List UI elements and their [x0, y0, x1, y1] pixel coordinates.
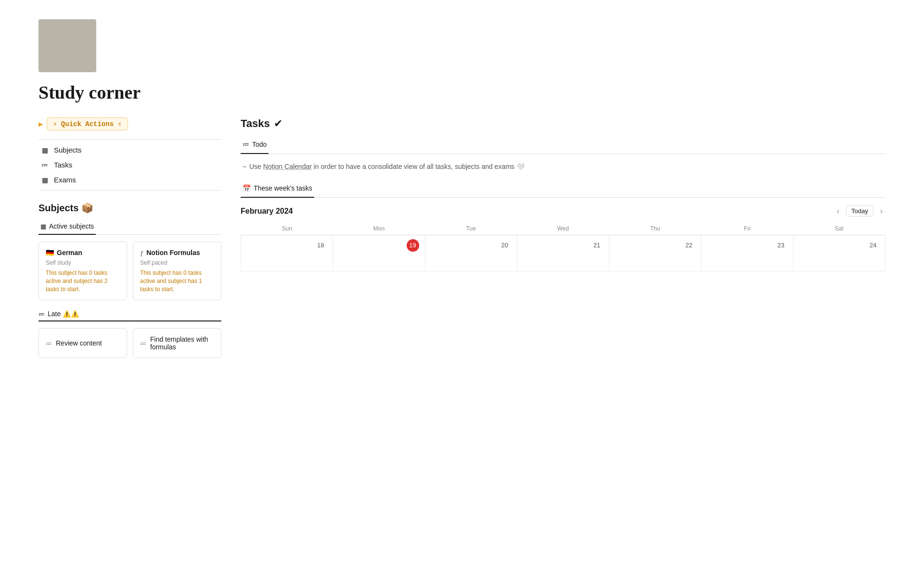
col-fri: Fri: [701, 222, 793, 235]
calendar-tab-row: 📅 These week's tasks: [241, 181, 886, 198]
main-layout: ▶ ⚡ Quick Actions ⚡ ▦ Subjects ≔ Tasks ▦…: [38, 117, 886, 358]
calendar-nav-controls: ‹ Today ›: [834, 205, 886, 217]
col-tue: Tue: [425, 222, 517, 235]
calendar-day-19: 19: [333, 235, 425, 271]
calendar-day-21: 21: [517, 235, 609, 271]
todo-tab-icon: ≔: [243, 141, 249, 148]
subject-card-notion-formulas[interactable]: ƒ Notion Formulas Self paced This subjec…: [133, 242, 221, 300]
notion-formulas-card-status: This subject has 0 tasks active and subj…: [140, 269, 214, 293]
calendar-next-button[interactable]: ›: [877, 206, 886, 217]
notion-calendar-link[interactable]: Notion Calendar: [263, 163, 312, 170]
exams-icon: ▦: [40, 176, 49, 184]
tab-these-weeks-tasks[interactable]: 📅 These week's tasks: [241, 181, 314, 198]
calendar-prev-button[interactable]: ‹: [834, 206, 842, 217]
tasks-tabs: ≔ Todo: [241, 138, 886, 154]
tasks-title: Tasks: [241, 117, 270, 130]
nav-label-subjects: Subjects: [54, 146, 82, 154]
german-card-header: 🇩🇪 German: [46, 249, 120, 256]
german-card-status: This subject has 0 tasks active and subj…: [46, 269, 120, 293]
calendar-week-row: 18 19 20 21 22 23 24: [241, 235, 886, 271]
find-templates-label: Find templates with formulas: [150, 335, 214, 351]
calendar-tab-label: These week's tasks: [254, 184, 312, 192]
late-tab-icon: ≔: [38, 310, 45, 318]
german-flag-icon: 🇩🇪: [46, 249, 54, 256]
notion-formulas-card-header: ƒ Notion Formulas: [140, 249, 214, 256]
tasks-icon: ≔: [40, 161, 49, 169]
page-title: Study corner: [38, 82, 886, 103]
tasks-header: Tasks ✔: [241, 117, 886, 130]
page-cover: [38, 19, 96, 72]
late-card-review-content[interactable]: ≔ Review content: [38, 328, 127, 358]
calendar-grid: Sun Mon Tue Wed Thu Fri Sat 18 19 20 21: [241, 222, 886, 271]
calendar-day-20: 20: [425, 235, 517, 271]
col-mon: Mon: [333, 222, 425, 235]
subjects-section-title: Subjects 📦: [38, 202, 221, 214]
active-subjects-tab-label: Active subjects: [49, 222, 94, 230]
left-panel: ▶ ⚡ Quick Actions ⚡ ▦ Subjects ≔ Tasks ▦…: [38, 117, 221, 358]
calendar-day-24: 24: [793, 235, 885, 271]
toggle-arrow-icon[interactable]: ▶: [38, 121, 43, 128]
right-panel: Tasks ✔ ≔ Todo → Use Notion Calendar in …: [241, 117, 886, 271]
nav-item-subjects[interactable]: ▦ Subjects: [38, 142, 221, 157]
subject-cards-container: 🇩🇪 German Self study This subject has 0 …: [38, 242, 221, 300]
notion-calendar-note: → Use Notion Calendar in order to have a…: [241, 162, 886, 172]
subjects-icon: ▦: [40, 146, 49, 154]
late-tab-row: ≔ Late ⚠️⚠️: [38, 310, 221, 321]
tab-todo[interactable]: ≔ Todo: [241, 138, 269, 154]
notion-formulas-icon: ƒ: [140, 249, 143, 256]
find-templates-icon: ≔: [140, 340, 146, 347]
calendar-month: February 2024: [241, 207, 293, 216]
tab-active-subjects[interactable]: ▦ Active subjects: [38, 219, 96, 235]
notion-formulas-card-name: Notion Formulas: [146, 249, 200, 256]
calendar-day-22: 22: [609, 235, 701, 271]
active-subjects-tab-row: ▦ Active subjects: [38, 219, 221, 235]
german-card-sub: Self study: [46, 259, 120, 266]
nav-label-exams: Exams: [54, 176, 76, 184]
german-card-name: German: [57, 249, 82, 256]
quick-actions-badge[interactable]: ⚡ Quick Actions ⚡: [47, 117, 128, 130]
quick-actions-row: ▶ ⚡ Quick Actions ⚡: [38, 117, 221, 130]
review-content-icon: ≔: [46, 340, 52, 347]
col-sat: Sat: [793, 222, 885, 235]
calendar-day-23: 23: [701, 235, 793, 271]
calendar-tab-icon: 📅: [243, 184, 251, 192]
tab-late[interactable]: ≔ Late ⚠️⚠️: [38, 310, 79, 318]
active-subjects-tab-icon: ▦: [40, 223, 46, 230]
nav-item-tasks[interactable]: ≔ Tasks: [38, 157, 221, 172]
late-tab-label: Late ⚠️⚠️: [48, 310, 79, 318]
nav-divider: [38, 139, 221, 140]
nav-item-exams[interactable]: ▦ Exams: [38, 172, 221, 187]
col-wed: Wed: [517, 222, 609, 235]
notion-formulas-card-sub: Self paced: [140, 259, 214, 266]
calendar-section: 📅 These week's tasks February 2024 ‹ Tod…: [241, 181, 886, 271]
review-content-label: Review content: [56, 339, 102, 347]
tasks-check-icon: ✔: [274, 117, 282, 130]
late-card-find-templates[interactable]: ≔ Find templates with formulas: [133, 328, 221, 358]
subject-card-german[interactable]: 🇩🇪 German Self study This subject has 0 …: [38, 242, 127, 300]
col-sun: Sun: [241, 222, 333, 235]
todo-tab-label: Todo: [252, 141, 267, 148]
col-thu: Thu: [609, 222, 701, 235]
calendar-header-row: Sun Mon Tue Wed Thu Fri Sat: [241, 222, 886, 235]
calendar-day-18: 18: [241, 235, 333, 271]
nav-divider-2: [38, 190, 221, 191]
late-cards-container: ≔ Review content ≔ Find templates with f…: [38, 328, 221, 358]
calendar-nav: February 2024 ‹ Today ›: [241, 198, 886, 222]
nav-label-tasks: Tasks: [54, 161, 72, 169]
calendar-today-button[interactable]: Today: [846, 205, 873, 217]
